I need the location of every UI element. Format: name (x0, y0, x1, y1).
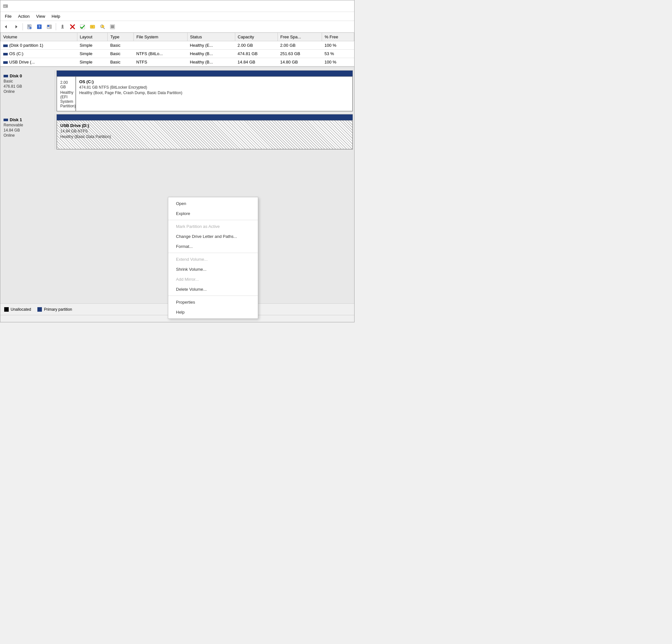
legend-primary-label: Primary partition (44, 307, 72, 312)
menu-help[interactable]: Help (48, 13, 63, 20)
col-filesystem[interactable]: File System (134, 33, 187, 41)
partition-size: 14.84 GB NTFS (60, 129, 349, 133)
disk-row: Disk 0 Basic 476.81 GB Online 2.00 GB He… (0, 70, 354, 111)
view-button[interactable] (45, 23, 54, 31)
cell-filesystem: NTFS (134, 58, 187, 67)
context-menu-item[interactable]: Help (168, 307, 258, 317)
cell-layout: Simple (77, 41, 108, 50)
disk-partitions: 2.00 GB Healthy (EFI System Partition) O… (57, 70, 353, 111)
context-menu-separator (168, 220, 258, 220)
context-menu-item: Add Mirror... (168, 274, 258, 284)
cell-capacity: 474.81 GB (235, 50, 277, 58)
properties-button[interactable]: ? (25, 23, 34, 31)
context-menu-item: Mark Partition as Active (168, 222, 258, 231)
settings-button[interactable] (108, 23, 117, 31)
svg-rect-20 (50, 27, 51, 28)
cell-layout: Simple (77, 58, 108, 67)
table-row[interactable]: USB Drive (... Simple Basic NTFS Healthy… (1, 58, 354, 67)
svg-rect-37 (111, 27, 114, 28)
help-button[interactable]: ? (35, 23, 44, 31)
separator-2 (56, 23, 56, 30)
partition-bar (57, 115, 352, 120)
partition-status: Healthy (Basic Data Partition) (60, 134, 349, 139)
back-button[interactable] (2, 23, 11, 31)
disk-label-name: Disk 0 (3, 73, 51, 78)
svg-rect-19 (47, 27, 49, 28)
content-area: Volume Layout Type File System Status Ca… (0, 33, 354, 322)
cell-filesystem (134, 41, 187, 50)
context-menu-item[interactable]: Delete Volume... (168, 284, 258, 294)
cell-volume: USB Drive (... (1, 58, 77, 67)
menu-file[interactable]: File (2, 13, 15, 20)
col-layout[interactable]: Layout (77, 33, 108, 41)
search-button[interactable] (98, 23, 107, 31)
partition-block[interactable]: USB Drive (D:) 14.84 GB NTFS Healthy (Ba… (57, 120, 352, 149)
partition-status: Healthy (EFI System Partition) (60, 90, 72, 108)
disk-partitions: USB Drive (D:) 14.84 GB NTFS Healthy (Ba… (57, 114, 353, 150)
volume-table: Volume Layout Type File System Status Ca… (0, 33, 354, 67)
menu-bar: File Action View Help (0, 12, 354, 21)
disk-label-type: Removable (3, 123, 51, 127)
cell-capacity: 14.84 GB (235, 58, 277, 67)
col-type[interactable]: Type (108, 33, 134, 41)
partition-content-row: USB Drive (D:) 14.84 GB NTFS Healthy (Ba… (57, 120, 352, 149)
table-row[interactable]: (Disk 0 partition 1) Simple Basic Health… (1, 41, 354, 50)
col-status[interactable]: Status (187, 33, 235, 41)
legend-primary-icon (37, 307, 42, 312)
context-menu-item[interactable]: Explore (168, 208, 258, 218)
disk-label-size: 14.84 GB (3, 128, 51, 132)
title-bar-left (3, 3, 10, 9)
svg-rect-25 (63, 25, 63, 27)
cell-layout: Simple (77, 50, 108, 58)
svg-rect-4 (3, 5, 6, 6)
partition-size: 474.81 GB NTFS (BitLocker Encrypted) (79, 85, 349, 90)
table-row[interactable]: OS (C:) Simple Basic NTFS (BitLo... Heal… (1, 50, 354, 58)
partition-block[interactable]: 2.00 GB Healthy (EFI System Partition) (57, 76, 76, 111)
legend-unallocated-label: Unallocated (11, 307, 31, 312)
title-bar-buttons (322, 3, 352, 10)
svg-rect-23 (61, 28, 64, 29)
partition-size: 2.00 GB (60, 80, 72, 89)
svg-marker-6 (15, 25, 17, 28)
context-menu-item[interactable]: Format... (168, 241, 258, 251)
col-pctfree[interactable]: % Free (322, 33, 354, 41)
restore-button[interactable] (332, 3, 341, 10)
partition-content-row: 2.00 GB Healthy (EFI System Partition) O… (57, 76, 352, 111)
title-bar (0, 0, 354, 12)
cell-freespace: 14.80 GB (277, 58, 322, 67)
partition-block[interactable]: OS (C:) 474.81 GB NTFS (BitLocker Encryp… (76, 76, 352, 111)
add-disk-button[interactable] (88, 23, 97, 31)
cell-status: Healthy (B... (187, 50, 235, 58)
col-volume[interactable]: Volume (1, 33, 77, 41)
svg-rect-16 (47, 25, 49, 27)
cell-pctfree: 53 % (322, 50, 354, 58)
forward-button[interactable] (12, 23, 21, 31)
disk-label-size: 476.81 GB (3, 84, 51, 88)
minimize-button[interactable] (322, 3, 331, 10)
connect-button[interactable] (58, 23, 67, 31)
cell-status: Healthy (E... (187, 41, 235, 50)
col-capacity[interactable]: Capacity (235, 33, 277, 41)
menu-view[interactable]: View (33, 13, 48, 20)
delete-button[interactable] (68, 23, 77, 31)
disk-label-status: Online (3, 133, 51, 138)
menu-action[interactable]: Action (15, 13, 33, 20)
context-menu-item[interactable]: Properties (168, 297, 258, 307)
close-button[interactable] (343, 3, 352, 10)
context-menu-item[interactable]: Change Drive Letter and Paths... (168, 231, 258, 241)
svg-rect-21 (50, 28, 51, 28)
partition-bar (57, 71, 352, 76)
context-menu-item[interactable]: Shrink Volume... (168, 264, 258, 274)
legend-primary: Primary partition (37, 307, 72, 312)
disk-management-icon (3, 3, 8, 9)
context-menu-item: Extend Volume... (168, 254, 258, 264)
partition-bar-segment (57, 115, 352, 120)
check-button[interactable] (78, 23, 87, 31)
cell-type: Basic (108, 58, 134, 67)
context-menu: OpenExploreMark Partition as ActiveChang… (168, 197, 258, 319)
col-freespace[interactable]: Free Spa... (277, 33, 322, 41)
volume-table-area: Volume Layout Type File System Status Ca… (0, 33, 354, 67)
context-menu-item[interactable]: Open (168, 199, 258, 208)
svg-text:?: ? (30, 27, 31, 29)
svg-rect-17 (50, 25, 51, 26)
